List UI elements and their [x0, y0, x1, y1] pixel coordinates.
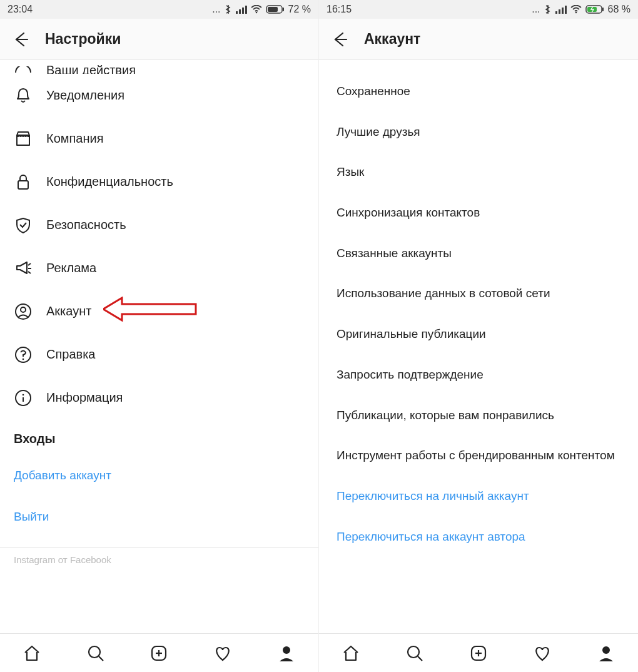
menu-item[interactable]: Безопасность	[0, 203, 318, 247]
menu-item-partial[interactable]: Ваши действия	[0, 63, 318, 74]
svg-rect-23	[559, 9, 560, 14]
svg-point-30	[408, 646, 419, 658]
menu-item-label: Ваши действия	[46, 63, 136, 74]
back-arrow-icon[interactable]	[11, 31, 29, 48]
signal-icon	[555, 5, 567, 14]
link-item[interactable]: Выйти	[0, 496, 318, 537]
menu-item-label: Информация	[46, 390, 123, 405]
account-link[interactable]: Переключиться на личный аккаунт	[319, 476, 638, 517]
menu-item[interactable]: Информация	[0, 376, 318, 419]
svg-point-14	[23, 394, 24, 395]
menu-item-label: Безопасность	[46, 218, 126, 232]
menu-item[interactable]: Конфиденциальность	[0, 160, 318, 203]
svg-point-35	[602, 646, 610, 654]
account-item[interactable]: Инструмент работы с брендированным конте…	[319, 435, 638, 476]
signal-icon	[236, 5, 247, 14]
activity-icon	[14, 63, 33, 74]
settings-content[interactable]: Ваши действия УведомленияКомпанияКонфиде…	[0, 60, 318, 633]
account-item[interactable]: Связанные аккаунты	[319, 233, 638, 274]
account-link[interactable]: Переключиться на аккаунт автора	[319, 517, 638, 557]
svg-point-10	[21, 307, 26, 312]
menu-item-label: Аккаунт	[46, 304, 91, 318]
status-more-icon: ...	[532, 4, 540, 15]
status-bar: 16:15 ... 68 %	[319, 0, 638, 19]
account-content[interactable]: СохраненноеЛучшие друзьяЯзыкСинхронизаци…	[319, 60, 638, 633]
status-bar: 23:04 ... 72 %	[0, 0, 318, 19]
menu-item[interactable]: Аккаунт	[0, 290, 318, 333]
menu-item-label: Компания	[46, 131, 104, 146]
account-item[interactable]: Публикации, которые вам понравились	[319, 395, 638, 436]
back-arrow-icon[interactable]	[330, 31, 348, 48]
svg-point-4	[255, 12, 257, 14]
nav-profile[interactable]	[595, 643, 617, 664]
menu-item[interactable]: Уведомления	[0, 74, 318, 117]
bottom-nav	[319, 633, 638, 672]
nav-add[interactable]	[148, 643, 170, 664]
nav-home[interactable]	[340, 643, 362, 664]
account-item[interactable]: Лучшие друзья	[319, 112, 638, 153]
footer-note: Instagram от Facebook	[0, 552, 318, 576]
status-time: 16:15	[327, 4, 352, 15]
svg-line-17	[99, 656, 103, 661]
bluetooth-icon	[225, 4, 232, 14]
status-indicators: ... 68 %	[532, 4, 630, 15]
svg-rect-6	[268, 7, 278, 12]
wifi-icon	[251, 5, 262, 14]
account-item[interactable]: Язык	[319, 152, 638, 193]
nav-search[interactable]	[85, 643, 106, 664]
account-item[interactable]: Сохраненное	[319, 71, 638, 112]
lock-icon	[14, 173, 33, 191]
svg-rect-0	[236, 11, 238, 14]
link-item[interactable]: Добавить аккаунт	[0, 455, 318, 496]
menu-item[interactable]: Реклама	[0, 247, 318, 290]
svg-rect-2	[242, 8, 244, 14]
bell-icon	[14, 86, 33, 105]
nav-profile[interactable]	[276, 643, 297, 664]
svg-rect-29	[602, 8, 604, 11]
bluetooth-icon	[544, 4, 552, 14]
menu-item-label: Конфиденциальность	[46, 175, 173, 189]
shield-icon	[14, 216, 33, 235]
account-item[interactable]: Запросить подтверждение	[319, 355, 638, 395]
status-indicators: ... 72 %	[212, 4, 311, 15]
svg-point-26	[575, 12, 577, 14]
svg-point-21	[283, 646, 290, 654]
header-title: Аккаунт	[364, 31, 420, 48]
nav-search[interactable]	[404, 643, 425, 664]
account-item[interactable]: Использование данных в сотовой сети	[319, 273, 638, 314]
nav-activity[interactable]	[212, 643, 233, 664]
svg-rect-3	[245, 6, 247, 14]
svg-rect-8	[18, 181, 28, 189]
status-time: 23:04	[8, 4, 33, 15]
svg-rect-22	[555, 11, 557, 14]
info-icon	[14, 389, 33, 407]
account-item[interactable]: Синхронизация контактов	[319, 193, 638, 233]
app-header: Настройки	[0, 19, 318, 60]
menu-item[interactable]: Справка	[0, 333, 318, 376]
svg-rect-24	[562, 8, 564, 14]
help-icon	[14, 345, 33, 364]
wifi-icon	[570, 5, 582, 14]
status-more-icon: ...	[212, 4, 220, 15]
nav-home[interactable]	[21, 643, 43, 664]
account-item[interactable]: Оригинальные публикации	[319, 314, 638, 355]
phone-settings: 23:04 ... 72 % Настройки Ваши действия У…	[0, 0, 319, 672]
nav-activity[interactable]	[532, 643, 553, 664]
battery-percent: 68 %	[608, 4, 630, 15]
battery-charging-icon	[585, 5, 604, 14]
megaphone-icon	[14, 259, 33, 278]
menu-item-label: Реклама	[46, 261, 96, 275]
svg-line-31	[418, 656, 422, 661]
divider	[0, 547, 318, 548]
menu-item-label: Справка	[46, 347, 95, 362]
menu-item[interactable]: Компания	[0, 117, 318, 160]
logins-header: Входы	[0, 419, 318, 455]
app-header: Аккаунт	[319, 19, 638, 60]
nav-add[interactable]	[468, 643, 489, 664]
svg-rect-25	[565, 6, 567, 14]
svg-rect-1	[239, 9, 241, 14]
store-icon	[14, 130, 33, 148]
battery-icon	[266, 5, 285, 14]
svg-rect-7	[283, 8, 284, 11]
battery-percent: 72 %	[288, 4, 311, 15]
